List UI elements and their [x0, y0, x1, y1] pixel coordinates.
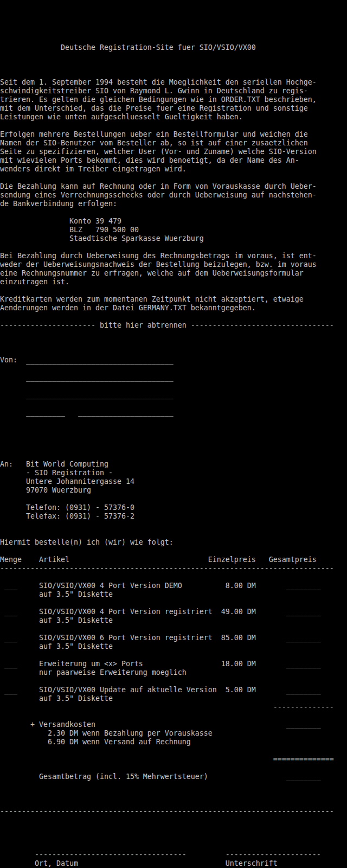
- shipping-line: + Versandkosten ________: [0, 720, 321, 729]
- multi-order-line: wenders direkt im Treiber eingetragen wi…: [0, 165, 187, 174]
- transfer-line: weder der Ueberweisungsnachweis der Best…: [0, 260, 317, 269]
- transfer-line: Bei Bezahlung durch Ueberweisung des Rec…: [0, 252, 317, 260]
- to-address-line: An: Bit World Computing: [0, 460, 108, 469]
- terminal-screen: Deutsche Registration-Site fuer SIO/VSIO…: [0, 0, 347, 868]
- footer-divider: ----------------------------------------…: [0, 807, 334, 816]
- order-intro: Hiermit bestelle(n) ich (wir) wie folgt:: [0, 538, 174, 547]
- multi-order-line: Namen der SIO-Benutzer vom Besteller ab,…: [0, 139, 308, 148]
- subtotal-rule: --------------: [0, 703, 334, 712]
- multi-order-line: Erfolgen mehrere Bestellungen ueber ein …: [0, 130, 308, 139]
- order-item-line: ___ SIO/VSIO/VX00 6 Port Version registr…: [0, 634, 321, 642]
- cut-here-divider: ---------------------- bitte hier abtren…: [0, 321, 334, 330]
- payment-line: de Bankverbindung erfolgen:: [0, 200, 117, 208]
- intro-paragraph-line: trieren. Es gelten die gleichen Bedingun…: [0, 95, 317, 104]
- order-item-line: ___ Erweiterung um <x> Ports 18.00 DM __…: [0, 660, 321, 668]
- bank-blz-line: BLZ 790 500 00: [0, 226, 139, 234]
- to-fax-line: Telefax: (0931) - 57376-2: [0, 512, 134, 521]
- order-item-detail: auf 3.5" Diskette: [0, 590, 113, 599]
- page-title: Deutsche Registration-Site fuer SIO/VSIO…: [0, 43, 256, 52]
- order-table-header: Menge Artikel Einzelpreis Gesamtpreis: [0, 556, 317, 564]
- order-table-rule: ----------------------------------------…: [0, 564, 334, 573]
- total-rule: ==============: [0, 755, 334, 764]
- signature-rule: ----------------------------------- ----…: [0, 851, 321, 859]
- bank-account-line: Konto 39 479: [0, 217, 121, 226]
- order-item-detail: auf 3.5" Diskette: [0, 616, 113, 625]
- order-item-line: ___ SIO/VSIO/VX00 4 Port Version DEMO 8.…: [0, 582, 321, 590]
- payment-line: sendung eines Verrechnungsschecks oder d…: [0, 191, 317, 200]
- creditcard-line: Kreditkarten werden zum momentanen Zeitp…: [0, 295, 304, 304]
- order-item-line: ___ SIO/VSIO/VX00 Update auf aktuelle Ve…: [0, 686, 321, 694]
- from-field-line: _________ ______________________: [0, 408, 174, 417]
- multi-order-line: Seite zu spezifizieren, welcher User (Vo…: [0, 148, 317, 156]
- to-address-line: 97070 Wuerzburg: [0, 486, 91, 495]
- intro-paragraph-line: Seit dem 1. September 1994 besteht die M…: [0, 78, 317, 87]
- from-field-line: __________________________________: [0, 391, 174, 399]
- creditcard-line: Aenderungen werden in der Datei GERMANY.…: [0, 304, 256, 312]
- order-item-detail: auf 3.5" Diskette: [0, 694, 113, 703]
- intro-paragraph-line: schwindigkeitstreiber SIO von Raymond L.…: [0, 87, 308, 95]
- order-item-detail: auf 3.5" Diskette: [0, 642, 113, 651]
- to-address-line: Untere Johannitergasse 14: [0, 477, 134, 486]
- from-field-line: __________________________________: [0, 373, 174, 382]
- order-item-detail: nur paarweise Erweiterung moeglich: [0, 668, 187, 677]
- payment-line: Die Bezahlung kann auf Rechnung oder in …: [0, 182, 317, 191]
- shipping-invoice-line: 6.90 DM wenn Versand auf Rechnung: [0, 738, 191, 746]
- to-phone-line: Telefon: (0931) - 57376-0: [0, 503, 134, 512]
- transfer-line: einzutragen ist.: [0, 278, 69, 286]
- intro-paragraph-line: Leistungen wie unten aufgeschluesselt Gu…: [0, 113, 243, 122]
- total-line: Gesamtbetrag (incl. 15% Mehrwertsteuer) …: [0, 773, 321, 781]
- from-field-line: Von: __________________________________: [0, 356, 174, 365]
- signature-labels: Ort, Datum Unterschrift: [0, 859, 278, 868]
- intro-paragraph-line: mit dem Unterschied, das die Preise fuer…: [0, 104, 308, 113]
- to-address-line: - SIO Registration -: [0, 469, 113, 477]
- shipping-prepay-line: 2.30 DM wenn Bezahlung per Vorauskasse: [0, 729, 213, 738]
- order-item-line: ___ SIO/VSIO/VX00 4 Port Version registr…: [0, 608, 321, 616]
- bank-name-line: Staedtische Sparkasse Wuerzburg: [0, 234, 204, 243]
- transfer-line: eine Rechnungsnummer zu erfragen, welche…: [0, 269, 304, 278]
- multi-order-line: mit wievielen Ports bekommt, dies wird b…: [0, 156, 299, 165]
